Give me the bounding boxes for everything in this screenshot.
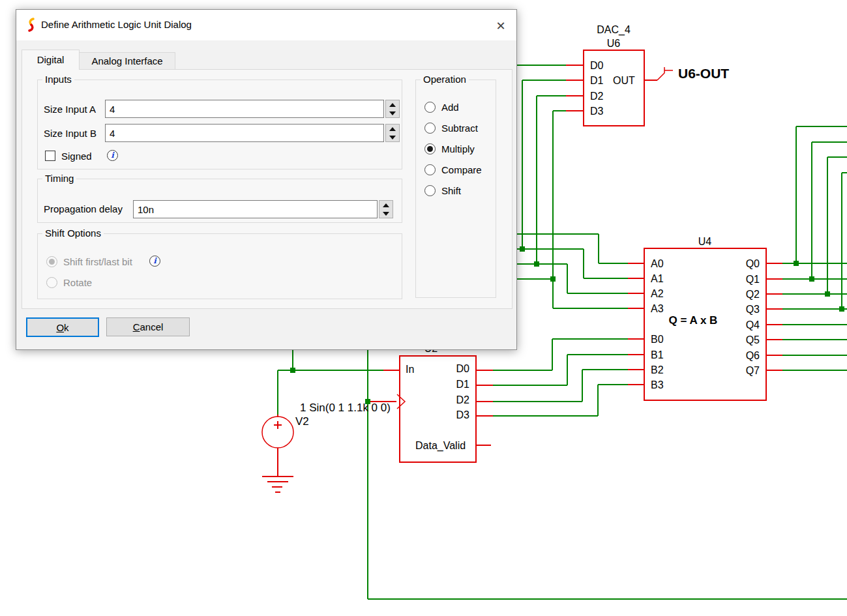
ok-button[interactable]: Ok (26, 317, 99, 337)
propagation-delay-step-down-button[interactable] (379, 209, 393, 218)
timing-group-label: Timing (42, 173, 76, 184)
schematic-label[interactable]: DAC_4 (597, 24, 631, 36)
schematic-label[interactable]: B0 (651, 334, 664, 345)
arrow-down-icon (389, 111, 396, 115)
size-input-a-label: Size Input A (44, 104, 96, 115)
radio-compare[interactable] (424, 164, 436, 175)
tab-digital[interactable]: Digital (22, 50, 80, 70)
inputs-group-label: Inputs (42, 74, 74, 85)
size-input-b-field[interactable] (105, 124, 384, 142)
radio-rotate-label: Rotate (63, 277, 92, 289)
schematic-label[interactable]: Q1 (746, 274, 760, 285)
dialog-title: Define Arithmetic Logic Unit Dialog (41, 19, 192, 31)
wire-junction[interactable] (825, 291, 830, 297)
size-input-b-stepper (385, 124, 400, 142)
signed-label: Signed (61, 151, 92, 162)
schematic-label[interactable]: D0 (456, 363, 470, 374)
radio-multiply[interactable] (424, 143, 436, 154)
dialog-titlebar[interactable]: Define Arithmetic Logic Unit Dialog ✕ (16, 10, 516, 40)
tab-analog-interface[interactable]: Analog Interface (79, 52, 175, 70)
simetrix-app-window: { "dialog": { "title": "Define Arithmeti… (0, 0, 847, 616)
terminal-symbol[interactable] (397, 394, 405, 409)
schematic-label[interactable]: D3 (590, 106, 604, 117)
cancel-button[interactable]: Cancel (106, 317, 190, 336)
terminal-symbol[interactable] (657, 67, 664, 80)
arrow-down-icon (389, 136, 396, 139)
schematic-label[interactable]: In (406, 364, 414, 375)
schematic-label[interactable]: Q3 (746, 304, 760, 315)
signed-info-icon[interactable]: i (107, 150, 118, 161)
size-input-a-step-down-button[interactable] (386, 109, 399, 117)
radio-subtract-label: Subtract (441, 123, 478, 134)
radio-multiply-label: Multiply (441, 143, 475, 155)
schematic-label[interactable]: OUT (613, 75, 635, 86)
radio-shift-label: Shift (441, 185, 461, 197)
schematic-label[interactable]: Data_Valid (415, 440, 466, 452)
operation-group-label: Operation (421, 74, 469, 85)
wire-junction[interactable] (534, 261, 539, 267)
radio-shift-first-last-bit (46, 256, 57, 267)
arrow-up-icon (389, 103, 396, 107)
radio-subtract[interactable] (424, 123, 436, 134)
size-input-a-step-up-button[interactable] (386, 100, 399, 109)
propagation-delay-stepper (379, 200, 393, 218)
schematic-label[interactable]: Q5 (746, 334, 760, 345)
shift-info-icon[interactable]: i (149, 256, 160, 267)
schematic-label[interactable]: Q4 (746, 319, 760, 330)
schematic-label[interactable]: Q2 (746, 289, 760, 300)
size-input-a-field[interactable] (105, 100, 384, 118)
schematic-label[interactable]: A0 (651, 258, 664, 269)
wire-junction[interactable] (290, 368, 295, 373)
arrow-up-icon (389, 127, 396, 131)
schematic-label[interactable]: Q7 (746, 365, 760, 376)
wire-junction[interactable] (809, 276, 814, 282)
schematic-label[interactable]: A2 (651, 288, 664, 299)
radio-shift-first-last-bit-label: Shift first/last bit (63, 256, 132, 268)
schematic-label[interactable]: Q6 (746, 350, 760, 361)
size-input-b-step-up-button[interactable] (386, 125, 399, 133)
schematic-label[interactable]: D3 (456, 409, 470, 420)
radio-shift[interactable] (424, 185, 436, 196)
schematic-label[interactable]: D1 (590, 75, 604, 86)
schematic-label[interactable]: A3 (651, 303, 664, 314)
radio-rotate (46, 277, 57, 288)
radio-add-label: Add (441, 102, 459, 113)
shift-options-group-label: Shift Options (42, 228, 104, 239)
radio-compare-label: Compare (441, 164, 482, 176)
schematic-label[interactable]: Q0 (746, 258, 760, 269)
alu-dialog: Define Arithmetic Logic Unit Dialog ✕ Di… (16, 9, 517, 350)
schematic-label[interactable]: A1 (651, 273, 664, 284)
schematic-label[interactable]: B2 (651, 364, 664, 375)
arrow-up-icon (383, 203, 389, 207)
schematic-label[interactable]: Q = A x B (669, 314, 718, 327)
size-input-b-label: Size Input B (44, 128, 97, 139)
radio-add[interactable] (424, 102, 436, 113)
schematic-label[interactable]: D1 (456, 379, 470, 390)
schematic-label[interactable]: U4 (698, 236, 712, 247)
propagation-delay-field[interactable] (133, 200, 378, 218)
schematic-label[interactable]: 1 Sin(0 1 1.1k 0 0) (300, 402, 391, 414)
schematic-label[interactable]: V2 (295, 415, 309, 428)
close-icon[interactable]: ✕ (487, 16, 514, 36)
wire-junction[interactable] (839, 306, 844, 312)
arrow-down-icon (383, 212, 389, 216)
schematic-label[interactable]: B1 (651, 349, 664, 360)
size-input-a-stepper (385, 100, 400, 118)
schematic-label[interactable]: B3 (651, 379, 664, 390)
size-input-b-step-down-button[interactable] (386, 133, 399, 141)
wire-junction[interactable] (550, 276, 556, 282)
schematic-label[interactable]: D2 (590, 91, 604, 102)
wire-junction[interactable] (794, 261, 799, 266)
schematic-label[interactable]: D0 (590, 60, 604, 71)
signed-checkbox[interactable] (45, 151, 55, 161)
schematic-label[interactable]: D2 (456, 394, 470, 405)
propagation-delay-step-up-button[interactable] (379, 201, 393, 209)
propagation-delay-label: Propagation delay (44, 203, 123, 215)
wire-junction[interactable] (520, 246, 525, 252)
simetrix-logo-icon (24, 18, 38, 32)
schematic-label[interactable]: U6-OUT (678, 66, 729, 81)
schematic-label[interactable]: U6 (607, 38, 621, 49)
